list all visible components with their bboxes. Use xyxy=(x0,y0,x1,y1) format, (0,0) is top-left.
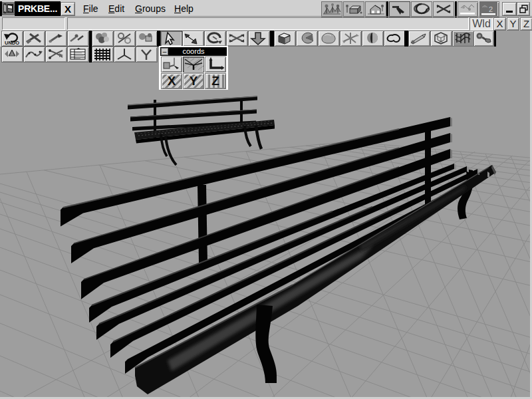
svg-text:2: 2 xyxy=(489,5,493,13)
svg-text:UNDO: UNDO xyxy=(5,40,19,45)
